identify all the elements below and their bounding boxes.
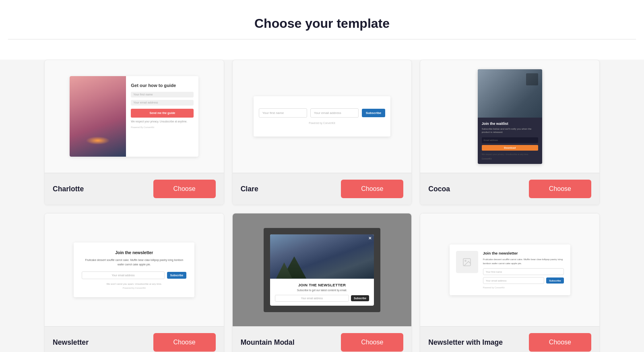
t5-name: Mountain Modal bbox=[241, 338, 295, 347]
t5-subtitle: Subscribe to get our latest content by e… bbox=[275, 289, 369, 292]
t5-modal: ✕ JOIN THE NEWSLETTER Subscribe to get o… bbox=[270, 234, 374, 306]
t6-form-row: Your email address Subscribe bbox=[483, 277, 564, 284]
charlotte-mockup: Get our how to guide Your first name You… bbox=[70, 76, 198, 157]
cocoa-title: Join the waitlist bbox=[482, 122, 538, 126]
cocoa-body: Join the waitlist Subscribe below and we… bbox=[478, 118, 542, 164]
templates-grid: Get our how to guide Your first name You… bbox=[20, 60, 624, 352]
t6-image-placeholder bbox=[456, 251, 478, 273]
page-title: Choose your template bbox=[8, 16, 636, 31]
t5-title: JOIN THE NEWSLETTER bbox=[275, 283, 369, 287]
t4-footer: Newsletter Choose bbox=[45, 326, 224, 352]
clare-powered-by: Powered by ConvertKit bbox=[309, 122, 335, 124]
t5-footer: Mountain Modal Choose bbox=[233, 326, 412, 352]
t5-submit-btn: Subscribe bbox=[351, 295, 369, 301]
header-divider bbox=[8, 39, 636, 39]
cocoa-powered: ConvertKit bbox=[482, 157, 538, 160]
t4-title: Join the newsletter bbox=[82, 251, 186, 255]
template-card-4: Join the newsletter Fruitcake dessert so… bbox=[44, 213, 224, 352]
t4-choose-button[interactable]: Choose bbox=[153, 333, 216, 352]
t4-submit-btn: Subscribe bbox=[167, 272, 187, 279]
charlotte-powered-by: Powered By ConvertKit bbox=[131, 126, 194, 128]
charlotte-choose-button[interactable]: Choose bbox=[153, 180, 216, 198]
charlotte-form: Get our how to guide Your first name You… bbox=[126, 76, 198, 157]
clare-email-field: Your email address bbox=[310, 108, 359, 118]
clare-submit-btn: Subscribe bbox=[362, 109, 386, 117]
t6-inner: Join the newsletter Fruitcake dessert so… bbox=[456, 251, 564, 288]
t6-title: Join the newsletter bbox=[483, 251, 564, 255]
template-card-clare: Your first name Your email address Subsc… bbox=[232, 60, 412, 205]
t5-mountain-image: ✕ bbox=[270, 234, 374, 279]
clare-firstname-field: Your first name bbox=[259, 108, 307, 118]
cocoa-submit-btn: Download bbox=[482, 145, 538, 151]
template-card-cocoa: Join the waitlist Subscribe below and we… bbox=[420, 60, 600, 205]
clare-mockup: Your first name Your email address Subsc… bbox=[254, 96, 390, 137]
t5-body: JOIN THE NEWSLETTER Subscribe to get our… bbox=[270, 279, 374, 306]
svg-point-1 bbox=[465, 260, 466, 261]
charlotte-name: Charlotte bbox=[53, 185, 84, 193]
t6-email-field: Your email address bbox=[483, 277, 545, 284]
t5-mockup: ✕ JOIN THE NEWSLETTER Subscribe to get o… bbox=[264, 228, 380, 312]
t4-fine-print: We won't send you spam. Unsubscribe at a… bbox=[82, 282, 186, 285]
t5-preview-area: ✕ JOIN THE NEWSLETTER Subscribe to get o… bbox=[233, 213, 412, 326]
cocoa-fine-print: We respect your privacy. Unsubscribe at … bbox=[482, 153, 538, 155]
cocoa-choose-button[interactable]: Choose bbox=[529, 180, 591, 198]
clare-name: Clare bbox=[241, 185, 258, 193]
t5-close-icon: ✕ bbox=[368, 236, 372, 240]
t6-description: Fruitcake dessert soufflé carrot cake. M… bbox=[483, 257, 564, 265]
charlotte-firstname-field: Your first name bbox=[131, 92, 194, 97]
cocoa-image bbox=[478, 69, 542, 118]
charlotte-preview: Get our how to guide Your first name You… bbox=[45, 60, 224, 173]
t5-email-field: Your email address bbox=[275, 295, 349, 302]
clare-form-row: Your first name Your email address Subsc… bbox=[259, 108, 386, 118]
t5-form-row: Your email address Subscribe bbox=[275, 295, 369, 302]
t4-description: Fruitcake dessert soufflé carrot cake. M… bbox=[82, 258, 186, 266]
t6-name: Newsletter with Image bbox=[428, 338, 503, 347]
t6-mockup: Join the newsletter Fruitcake dessert so… bbox=[450, 244, 570, 295]
clare-choose-button[interactable]: Choose bbox=[341, 180, 403, 198]
t4-form-row: Your email address Subscribe bbox=[82, 271, 186, 279]
t6-content: Join the newsletter Fruitcake dessert so… bbox=[483, 251, 564, 288]
clare-preview: Your first name Your email address Subsc… bbox=[233, 60, 412, 173]
template-card-6: Join the newsletter Fruitcake dessert so… bbox=[420, 213, 600, 352]
cocoa-email-field: Email address bbox=[482, 137, 538, 143]
charlotte-form-title: Get our how to guide bbox=[131, 83, 194, 89]
t6-preview-area: Join the newsletter Fruitcake dessert so… bbox=[420, 213, 599, 326]
charlotte-email-field: Your email address bbox=[131, 100, 194, 106]
t4-powered-by: Powered by ConvertKit bbox=[82, 287, 186, 289]
t4-email-field: Your email address bbox=[82, 271, 165, 279]
cocoa-mockup: Join the waitlist Subscribe below and we… bbox=[478, 69, 542, 164]
t6-choose-button[interactable]: Choose bbox=[529, 333, 591, 352]
t6-submit-btn: Subscribe bbox=[546, 277, 564, 284]
cocoa-subtitle: Subscribe below and we'll notify you whe… bbox=[482, 127, 538, 134]
t5-choose-button[interactable]: Choose bbox=[341, 333, 403, 352]
clare-footer: Clare Choose bbox=[233, 173, 412, 205]
cocoa-preview: Join the waitlist Subscribe below and we… bbox=[420, 60, 599, 173]
t6-powered-by: Powered by ConvertKit bbox=[483, 286, 564, 289]
charlotte-image bbox=[70, 76, 126, 157]
template-card-charlotte: Get our how to guide Your first name You… bbox=[44, 60, 224, 205]
charlotte-submit-btn: Send me the guide bbox=[131, 109, 194, 118]
cocoa-footer: Cocoa Choose bbox=[420, 173, 599, 205]
page-header: Choose your template bbox=[0, 0, 644, 60]
template-card-5: ✕ JOIN THE NEWSLETTER Subscribe to get o… bbox=[232, 213, 412, 352]
t4-mockup: Join the newsletter Fruitcake dessert so… bbox=[74, 242, 194, 297]
t6-footer: Newsletter with Image Choose bbox=[420, 326, 599, 352]
t6-name-field: Your first name bbox=[483, 268, 564, 275]
t4-name: Newsletter bbox=[53, 338, 89, 347]
cocoa-name: Cocoa bbox=[428, 185, 450, 193]
charlotte-fine-print: We respect your privacy. Unsubscribe at … bbox=[131, 120, 194, 124]
t4-preview-area: Join the newsletter Fruitcake dessert so… bbox=[45, 213, 224, 326]
charlotte-footer: Charlotte Choose bbox=[45, 173, 224, 205]
